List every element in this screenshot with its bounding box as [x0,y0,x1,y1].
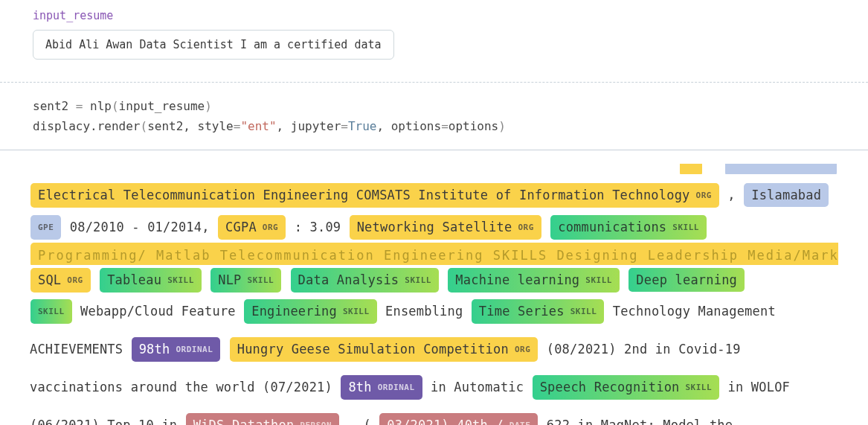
code-token: input_resume [119,99,205,113]
ent-ordinal: 98thORDINAL [132,337,221,362]
text: (08/2021) 2nd in Covid-19 [547,342,741,357]
text: in WOLOF [728,380,790,394]
code-token: = [341,119,348,133]
code-token: , [277,119,291,133]
ent-label: SKILL [405,275,431,285]
code-token: ) [205,99,212,113]
ent-label: ORG [67,275,83,285]
text: vaccinations around the world (07/2021) [30,380,340,394]
code-token: = [234,119,241,133]
ent-label: SKILL [570,307,597,316]
ent-text: 8th [348,380,371,394]
code-token: , [183,119,197,133]
ent-text: Deep learning [636,272,737,287]
ent-skill: NLPSKILL [210,268,281,293]
ent-text: Machine learning [455,272,579,287]
code-token: sent2 [33,99,76,113]
ent-text: Hungry Geese Simulation Competition [237,342,509,357]
ent-label: DATE [509,421,531,425]
ent-skill: Data AnalysisSKILL [291,268,439,293]
code-token: = [441,119,449,133]
ent-text: Islamabad [751,188,821,202]
ent-text: Tableau [107,272,161,287]
code-token: options [391,119,441,133]
code-token: ) [498,119,506,133]
ent-text: Electrical Telecommunication Engineering… [38,188,690,202]
ent-text: Programming/ Matlab Telecommunication En… [38,248,838,263]
code-token: displacy.render [33,119,141,133]
ent-skill: TableauSKILL [100,268,202,293]
ent-label: ORG [263,223,278,232]
text: : 3.09 [295,220,349,234]
ent-label: SKILL [585,275,612,285]
ent-date: 03/2021) 40th /DATE [379,413,538,425]
ent-text: communications [558,220,666,234]
ent-label: GPE [38,223,54,232]
ent-label: SKILL [248,275,274,285]
text: Webapp/Cloud Feature [80,304,243,319]
ent-skill: Deep learning [629,268,745,292]
ent-text: WiDS Datathon [193,418,295,425]
text: Technology Management [613,304,776,319]
code-token: "ent" [240,119,276,133]
ent-label: ORDINAL [378,383,415,392]
ent-skill: Time SeriesSKILL [472,299,604,324]
ent-label: ORG [515,345,530,354]
ent-label: ORDINAL [176,345,213,354]
ent-label: PERSON [300,421,332,425]
ent-org: CGPAORG [218,215,286,240]
ent-skill: Machine learningSKILL [448,268,620,293]
ent-org-truncated: Programming/ Matlab Telecommunication En… [30,243,838,266]
ent-label: SKILL [38,307,65,316]
ent-skill: communicationsSKILL [550,215,707,240]
ent-org: Electrical Telecommunication Engineering… [30,183,719,208]
ent-skill: Speech RecognitionSKILL [533,375,719,400]
ent-text: Speech Recognition [540,380,680,394]
text: in Automatic [431,380,532,394]
code-token: True [348,119,377,133]
text: , [727,188,743,202]
ent-gpe [725,164,837,174]
ent-skill: EngineeringSKILL [244,299,376,324]
text: 08/2010 - 01/2014, [70,220,217,234]
ent-gpe: GPE [30,215,61,240]
code-token: , [376,119,390,133]
ent-ordinal: 8thORDINAL [341,375,422,400]
ent-org [680,164,702,174]
text: . ( [348,418,379,425]
ent-text: NLP [218,272,241,287]
code-token: ( [141,119,148,133]
ent-skill: SKILL [30,299,72,324]
ent-text: Data Analysis [298,272,399,287]
ent-label: SKILL [672,223,699,232]
code-cell[interactable]: sent2 = nlp(input_resume) displacy.rende… [0,83,868,150]
text: Ensembling [385,304,471,319]
code-token: ( [112,99,119,113]
code-token: sent2 [147,119,183,133]
ent-label: SKILL [343,307,370,316]
code-token: jupyter [291,119,341,133]
ent-label: SKILL [167,275,194,285]
displacy-output: Electrical Telecommunication Engineering… [0,150,868,425]
text: (06/2021) Top 10 in [30,418,185,425]
ent-org: SQLORG [30,268,91,293]
ent-text: Networking Satellite [357,220,512,234]
ent-gpe: Islamabad [744,183,829,207]
ent-text: 98th [139,342,170,357]
ent-person: WiDS DatathonPERSON [186,413,339,425]
text: 622 in MagNet: Model the [547,418,733,425]
ent-text: 03/2021) 40th / [387,418,504,425]
ent-label: ORG [696,191,712,200]
ent-text: SQL [38,272,61,287]
ent-text: Time Series [479,304,565,319]
ent-org: Hungry Geese Simulation CompetitionORG [230,337,539,362]
code-token: options [449,119,498,133]
ent-label: SKILL [686,383,713,392]
output-variable-name: input_resume [33,9,835,22]
ent-text: Engineering [251,304,337,319]
input-value-box[interactable]: Abid Ali Awan Data Scientist I am a cert… [33,30,394,60]
code-token: style [198,119,234,133]
code-token: = [76,99,83,113]
code-token: nlp [83,99,112,113]
ent-label: ORG [518,223,533,232]
